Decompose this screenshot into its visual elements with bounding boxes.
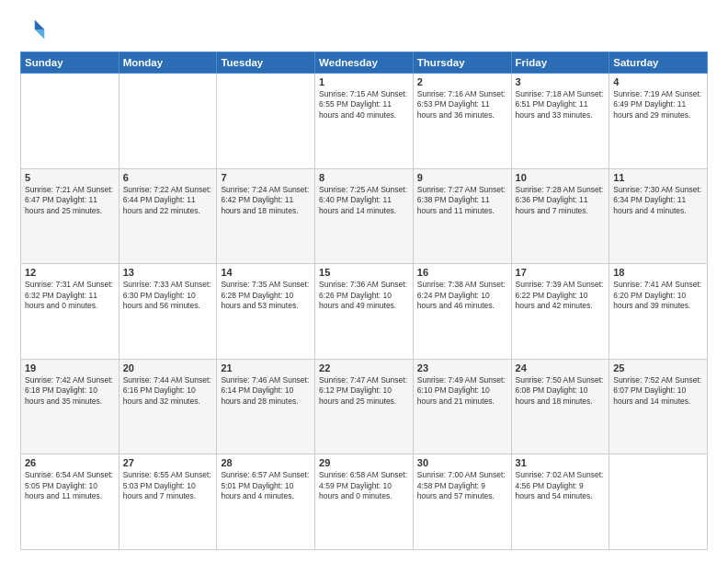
calendar-cell: 21Sunrise: 7:46 AM Sunset: 6:14 PM Dayli…	[217, 359, 315, 454]
day-info: Sunrise: 7:00 AM Sunset: 4:58 PM Dayligh…	[417, 470, 507, 501]
day-of-week-header: Sunday	[21, 52, 119, 74]
day-of-week-header: Friday	[511, 52, 609, 74]
day-number: 18	[613, 267, 703, 278]
day-info: Sunrise: 7:44 AM Sunset: 6:16 PM Dayligh…	[123, 375, 213, 407]
calendar-cell: 19Sunrise: 7:42 AM Sunset: 6:18 PM Dayli…	[21, 359, 119, 454]
calendar-cell: 17Sunrise: 7:39 AM Sunset: 6:22 PM Dayli…	[511, 264, 609, 360]
calendar-cell: 15Sunrise: 7:36 AM Sunset: 6:26 PM Dayli…	[315, 264, 414, 360]
day-info: Sunrise: 7:31 AM Sunset: 6:32 PM Dayligh…	[25, 280, 115, 311]
calendar-cell: 20Sunrise: 7:44 AM Sunset: 6:16 PM Dayli…	[119, 359, 217, 454]
calendar-cell	[217, 74, 315, 169]
svg-marker-0	[35, 20, 45, 30]
calendar-table: SundayMondayTuesdayWednesdayThursdayFrid…	[20, 52, 708, 550]
day-of-week-header: Tuesday	[217, 52, 315, 74]
day-of-week-header: Saturday	[609, 52, 708, 74]
day-number: 27	[123, 457, 213, 468]
day-number: 20	[123, 362, 213, 373]
calendar-cell: 25Sunrise: 7:52 AM Sunset: 6:07 PM Dayli…	[609, 359, 708, 454]
day-number: 11	[613, 172, 703, 183]
day-number: 2	[417, 76, 507, 87]
day-number: 5	[25, 172, 115, 183]
day-number: 21	[221, 362, 311, 373]
day-number: 19	[25, 362, 115, 373]
day-number: 23	[417, 362, 507, 373]
calendar-cell: 10Sunrise: 7:28 AM Sunset: 6:36 PM Dayli…	[511, 168, 609, 264]
day-info: Sunrise: 7:33 AM Sunset: 6:30 PM Dayligh…	[123, 280, 213, 311]
day-number: 28	[221, 457, 311, 468]
calendar-week-row: 5Sunrise: 7:21 AM Sunset: 6:47 PM Daylig…	[21, 168, 708, 264]
day-number: 13	[123, 267, 213, 278]
calendar-cell: 11Sunrise: 7:30 AM Sunset: 6:34 PM Dayli…	[609, 168, 708, 264]
day-info: Sunrise: 6:58 AM Sunset: 4:59 PM Dayligh…	[319, 470, 409, 501]
day-number: 24	[516, 362, 606, 373]
day-number: 7	[221, 172, 311, 183]
day-number: 3	[516, 76, 606, 87]
day-info: Sunrise: 7:42 AM Sunset: 6:18 PM Dayligh…	[25, 375, 115, 407]
day-info: Sunrise: 7:38 AM Sunset: 6:24 PM Dayligh…	[417, 280, 507, 311]
calendar-week-row: 19Sunrise: 7:42 AM Sunset: 6:18 PM Dayli…	[21, 359, 708, 454]
day-info: Sunrise: 7:22 AM Sunset: 6:44 PM Dayligh…	[123, 185, 213, 216]
day-number: 29	[319, 457, 409, 468]
calendar-cell: 12Sunrise: 7:31 AM Sunset: 6:32 PM Dayli…	[21, 264, 119, 360]
calendar-cell: 22Sunrise: 7:47 AM Sunset: 6:12 PM Dayli…	[315, 359, 414, 454]
day-info: Sunrise: 6:55 AM Sunset: 5:03 PM Dayligh…	[123, 470, 213, 501]
calendar-cell	[21, 74, 119, 169]
day-number: 6	[123, 172, 213, 183]
calendar-cell: 8Sunrise: 7:25 AM Sunset: 6:40 PM Daylig…	[315, 168, 414, 264]
calendar-cell: 29Sunrise: 6:58 AM Sunset: 4:59 PM Dayli…	[315, 454, 414, 550]
day-info: Sunrise: 7:19 AM Sunset: 6:49 PM Dayligh…	[613, 89, 703, 121]
logo	[20, 17, 50, 42]
calendar-cell: 13Sunrise: 7:33 AM Sunset: 6:30 PM Dayli…	[119, 264, 217, 360]
calendar-cell: 30Sunrise: 7:00 AM Sunset: 4:58 PM Dayli…	[413, 454, 511, 550]
day-number: 4	[613, 76, 703, 87]
day-number: 31	[516, 457, 606, 468]
day-of-week-header: Monday	[119, 52, 217, 74]
calendar-cell: 5Sunrise: 7:21 AM Sunset: 6:47 PM Daylig…	[21, 168, 119, 264]
day-info: Sunrise: 7:18 AM Sunset: 6:51 PM Dayligh…	[516, 89, 606, 121]
day-number: 9	[417, 172, 507, 183]
day-number: 15	[319, 267, 409, 278]
calendar-cell: 3Sunrise: 7:18 AM Sunset: 6:51 PM Daylig…	[511, 74, 609, 169]
day-number: 26	[25, 457, 115, 468]
day-info: Sunrise: 7:21 AM Sunset: 6:47 PM Dayligh…	[25, 185, 115, 216]
day-number: 1	[319, 76, 409, 87]
calendar-cell: 9Sunrise: 7:27 AM Sunset: 6:38 PM Daylig…	[413, 168, 511, 264]
calendar-cell: 6Sunrise: 7:22 AM Sunset: 6:44 PM Daylig…	[119, 168, 217, 264]
calendar-cell: 26Sunrise: 6:54 AM Sunset: 5:05 PM Dayli…	[21, 454, 119, 550]
day-info: Sunrise: 7:52 AM Sunset: 6:07 PM Dayligh…	[613, 375, 703, 407]
calendar-header-row: SundayMondayTuesdayWednesdayThursdayFrid…	[21, 52, 708, 74]
day-number: 14	[221, 267, 311, 278]
calendar-cell	[609, 454, 708, 550]
header	[20, 17, 708, 42]
calendar-cell: 1Sunrise: 7:15 AM Sunset: 6:55 PM Daylig…	[315, 74, 414, 169]
calendar-cell: 7Sunrise: 7:24 AM Sunset: 6:42 PM Daylig…	[217, 168, 315, 264]
calendar-cell: 16Sunrise: 7:38 AM Sunset: 6:24 PM Dayli…	[413, 264, 511, 360]
day-info: Sunrise: 7:16 AM Sunset: 6:53 PM Dayligh…	[417, 89, 507, 121]
day-info: Sunrise: 7:28 AM Sunset: 6:36 PM Dayligh…	[516, 185, 606, 216]
day-number: 12	[25, 267, 115, 278]
day-info: Sunrise: 7:39 AM Sunset: 6:22 PM Dayligh…	[516, 280, 606, 311]
calendar-cell: 31Sunrise: 7:02 AM Sunset: 4:56 PM Dayli…	[511, 454, 609, 550]
calendar-week-row: 1Sunrise: 7:15 AM Sunset: 6:55 PM Daylig…	[21, 74, 708, 169]
day-number: 22	[319, 362, 409, 373]
day-info: Sunrise: 7:15 AM Sunset: 6:55 PM Dayligh…	[319, 89, 409, 121]
day-info: Sunrise: 7:49 AM Sunset: 6:10 PM Dayligh…	[417, 375, 507, 407]
calendar-week-row: 12Sunrise: 7:31 AM Sunset: 6:32 PM Dayli…	[21, 264, 708, 360]
page: SundayMondayTuesdayWednesdayThursdayFrid…	[0, 0, 728, 563]
day-info: Sunrise: 7:41 AM Sunset: 6:20 PM Dayligh…	[613, 280, 703, 311]
day-number: 16	[417, 267, 507, 278]
logo-icon	[20, 17, 46, 42]
day-info: Sunrise: 7:46 AM Sunset: 6:14 PM Dayligh…	[221, 375, 311, 407]
day-info: Sunrise: 7:50 AM Sunset: 6:08 PM Dayligh…	[516, 375, 606, 407]
calendar-cell	[119, 74, 217, 169]
calendar-cell: 18Sunrise: 7:41 AM Sunset: 6:20 PM Dayli…	[609, 264, 708, 360]
day-number: 17	[516, 267, 606, 278]
day-info: Sunrise: 7:36 AM Sunset: 6:26 PM Dayligh…	[319, 280, 409, 311]
day-info: Sunrise: 7:24 AM Sunset: 6:42 PM Dayligh…	[221, 185, 311, 216]
day-number: 30	[417, 457, 507, 468]
day-number: 25	[613, 362, 703, 373]
svg-marker-1	[35, 29, 45, 40]
calendar-week-row: 26Sunrise: 6:54 AM Sunset: 5:05 PM Dayli…	[21, 454, 708, 550]
day-of-week-header: Wednesday	[315, 52, 414, 74]
day-number: 8	[319, 172, 409, 183]
